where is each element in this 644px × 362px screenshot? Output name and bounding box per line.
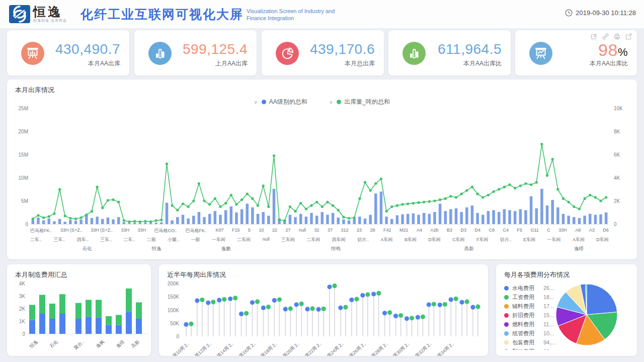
- bar[interactable]: [380, 192, 383, 224]
- dot-green[interactable]: [332, 283, 337, 288]
- line-point[interactable]: [144, 220, 146, 223]
- line-point[interactable]: [283, 220, 286, 222]
- bar[interactable]: [112, 220, 115, 224]
- line-point[interactable]: [423, 201, 425, 203]
- edit-icon[interactable]: [591, 33, 597, 40]
- line-point[interactable]: [535, 181, 538, 184]
- pie-legend-row[interactable]: 燃料费用11...: [504, 320, 562, 329]
- bar[interactable]: [535, 208, 538, 224]
- line-point[interactable]: [85, 213, 88, 216]
- bar[interactable]: [267, 215, 270, 224]
- dot-blue[interactable]: [250, 300, 255, 305]
- kpi-card-month-aa-ratio-pct[interactable]: 98% 本月AA出库比: [515, 30, 637, 76]
- bar[interactable]: [342, 220, 345, 224]
- stacked-bar-blue[interactable]: [75, 319, 82, 334]
- line-point[interactable]: [117, 201, 120, 203]
- line-point[interactable]: [578, 208, 581, 210]
- dot-blue[interactable]: [195, 299, 199, 303]
- bar[interactable]: [449, 209, 452, 224]
- dot-green[interactable]: [398, 313, 403, 318]
- line-point[interactable]: [69, 217, 71, 220]
- line-point[interactable]: [530, 183, 532, 186]
- line-point[interactable]: [219, 205, 221, 208]
- line-point[interactable]: [364, 181, 366, 184]
- bar[interactable]: [171, 221, 174, 224]
- bar[interactable]: [551, 200, 554, 224]
- bar[interactable]: [235, 212, 238, 224]
- export-icon[interactable]: [625, 33, 632, 40]
- bar[interactable]: [465, 207, 468, 224]
- dot-green[interactable]: [222, 297, 226, 302]
- bar[interactable]: [562, 214, 565, 224]
- dot-blue[interactable]: [294, 302, 299, 307]
- stacked-bar-green[interactable]: [106, 316, 112, 325]
- line-point[interactable]: [289, 205, 291, 208]
- bar[interactable]: [289, 215, 292, 224]
- bar[interactable]: [198, 212, 201, 224]
- dot-green[interactable]: [255, 300, 260, 304]
- dot-blue[interactable]: [305, 307, 310, 311]
- dot-green[interactable]: [465, 300, 469, 304]
- bar[interactable]: [299, 214, 302, 224]
- line-point[interactable]: [584, 197, 586, 200]
- bar[interactable]: [396, 215, 399, 224]
- bar[interactable]: [144, 223, 147, 224]
- dot-blue[interactable]: [427, 302, 431, 307]
- line-point[interactable]: [460, 193, 463, 195]
- stacked-bar-blue[interactable]: [96, 318, 102, 334]
- bar[interactable]: [219, 215, 222, 224]
- line-point[interactable]: [573, 205, 575, 208]
- line-point[interactable]: [37, 214, 39, 216]
- line-point[interactable]: [369, 189, 372, 192]
- stacked-bar-green[interactable]: [29, 305, 35, 320]
- bar[interactable]: [326, 215, 329, 224]
- line-point[interactable]: [540, 143, 543, 146]
- bar[interactable]: [476, 213, 479, 224]
- bar[interactable]: [439, 204, 442, 224]
- kpi-card-lastmonth-aa-out[interactable]: 599,125.4 上月AA出库: [134, 30, 257, 76]
- stacked-bar-blue[interactable]: [29, 320, 35, 334]
- line-point[interactable]: [519, 185, 522, 187]
- line-point[interactable]: [310, 204, 312, 207]
- dot-blue[interactable]: [438, 303, 442, 307]
- bar[interactable]: [374, 193, 377, 224]
- line-point[interactable]: [139, 221, 141, 223]
- bar[interactable]: [594, 215, 597, 224]
- bar[interactable]: [546, 205, 549, 224]
- dot-green[interactable]: [299, 302, 304, 306]
- bar[interactable]: [556, 207, 559, 224]
- stacked-bar-green[interactable]: [59, 294, 65, 314]
- line-point[interactable]: [214, 197, 216, 200]
- line-point[interactable]: [133, 220, 136, 223]
- pie-legend-row[interactable]: 水电费用26...: [504, 283, 562, 293]
- line-point[interactable]: [412, 202, 415, 204]
- bar[interactable]: [154, 223, 157, 224]
- stacked-bar-blue[interactable]: [116, 325, 122, 334]
- line-point[interactable]: [112, 198, 114, 201]
- bar[interactable]: [423, 213, 426, 224]
- line-point[interactable]: [321, 205, 324, 208]
- bar[interactable]: [487, 211, 490, 224]
- stacked-bar-blue[interactable]: [136, 319, 142, 334]
- line-point[interactable]: [32, 218, 34, 220]
- line-point[interactable]: [171, 204, 174, 207]
- bar[interactable]: [58, 219, 61, 224]
- line-point[interactable]: [182, 202, 184, 205]
- pie-slice[interactable]: [587, 284, 617, 315]
- bar[interactable]: [599, 214, 602, 224]
- line-point[interactable]: [273, 155, 275, 157]
- line-point[interactable]: [401, 203, 404, 205]
- dot-green[interactable]: [310, 306, 315, 311]
- bar[interactable]: [514, 211, 516, 224]
- dot-blue[interactable]: [393, 314, 398, 318]
- line-point[interactable]: [524, 182, 527, 185]
- dot-green[interactable]: [321, 307, 326, 311]
- line-point[interactable]: [444, 197, 447, 200]
- stacked-bar-green[interactable]: [86, 300, 92, 317]
- stacked-bar-blue[interactable]: [106, 325, 112, 334]
- line-point[interactable]: [503, 186, 506, 188]
- line-point[interactable]: [230, 194, 232, 196]
- bar[interactable]: [567, 215, 570, 224]
- bar[interactable]: [240, 209, 244, 224]
- bar[interactable]: [48, 219, 51, 224]
